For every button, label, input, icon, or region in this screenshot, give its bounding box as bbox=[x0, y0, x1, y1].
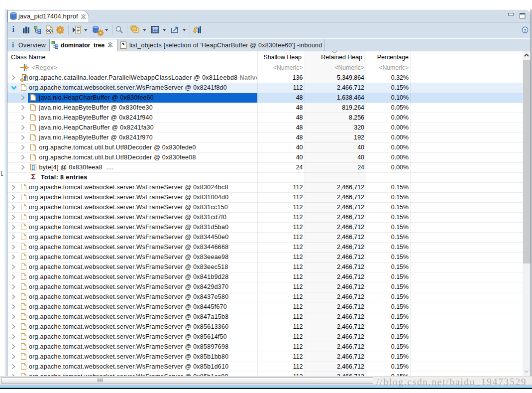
svg-text:OQL: OQL bbox=[46, 29, 53, 33]
svg-text:?: ? bbox=[524, 27, 527, 33]
svg-text:[]: [] bbox=[32, 164, 35, 170]
